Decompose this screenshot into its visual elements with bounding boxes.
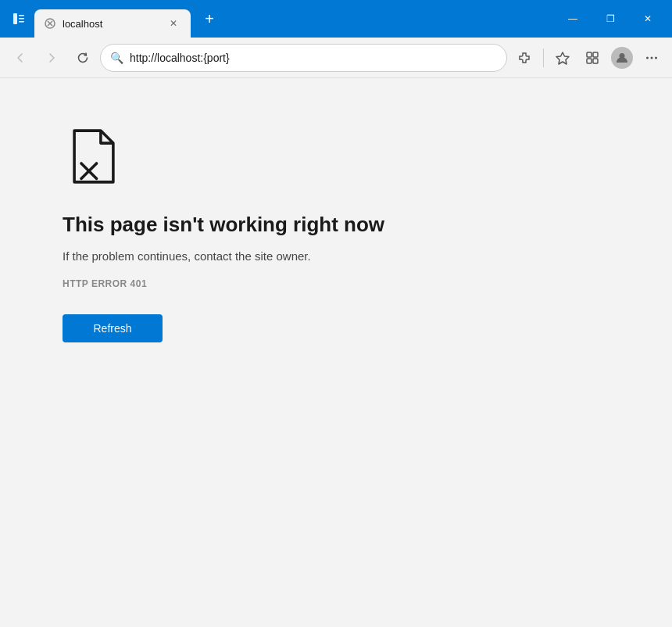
svg-rect-3 <box>19 21 24 23</box>
url-input[interactable] <box>130 52 497 64</box>
svg-point-13 <box>646 56 649 59</box>
browser-tab[interactable]: localhost ✕ <box>34 9 191 38</box>
error-code: HTTP ERROR 401 <box>63 278 147 289</box>
svg-rect-1 <box>19 15 24 16</box>
close-button[interactable]: ✕ <box>630 6 666 31</box>
tab-close-button[interactable]: ✕ <box>166 16 181 31</box>
avatar <box>611 47 633 69</box>
title-bar-left: localhost ✕ + <box>6 5 222 33</box>
svg-rect-2 <box>19 18 24 20</box>
error-icon <box>63 125 125 188</box>
collections-button[interactable] <box>578 44 606 72</box>
maximize-button[interactable]: ❐ <box>592 6 628 31</box>
extensions-button[interactable] <box>510 44 538 72</box>
more-options-button[interactable] <box>638 44 666 72</box>
svg-rect-9 <box>593 52 598 57</box>
svg-point-15 <box>655 56 657 59</box>
tab-favicon <box>44 17 56 30</box>
svg-rect-11 <box>593 59 598 63</box>
sidebar-toggle-button[interactable] <box>6 6 31 31</box>
nav-divider <box>543 48 544 67</box>
new-tab-button[interactable]: + <box>197 6 222 31</box>
favorites-button[interactable] <box>549 44 577 72</box>
tab-title: localhost <box>63 18 159 30</box>
svg-rect-10 <box>587 59 592 63</box>
forward-button[interactable] <box>38 44 66 72</box>
nav-right-buttons <box>510 44 666 72</box>
svg-marker-7 <box>556 52 569 64</box>
back-button[interactable] <box>6 44 34 72</box>
profile-button[interactable] <box>608 44 636 72</box>
search-icon: 🔍 <box>110 52 123 64</box>
refresh-button[interactable]: Refresh <box>63 314 163 342</box>
svg-point-14 <box>651 56 653 59</box>
browser-window: localhost ✕ + — ❐ ✕ <box>0 0 672 627</box>
error-heading: This page isn't working right now <box>63 213 384 237</box>
reload-button[interactable] <box>69 44 97 72</box>
navigation-bar: 🔍 <box>0 38 672 78</box>
svg-rect-0 <box>13 13 17 24</box>
error-subtext: If the problem continues, contact the si… <box>63 249 311 263</box>
window-controls: — ❐ ✕ <box>555 6 666 31</box>
minimize-button[interactable]: — <box>555 6 591 31</box>
new-tab-icon: + <box>205 10 214 28</box>
svg-rect-8 <box>587 52 592 57</box>
address-bar[interactable]: 🔍 <box>100 44 507 72</box>
error-page: This page isn't working right now If the… <box>0 78 672 627</box>
title-bar: localhost ✕ + — ❐ ✕ <box>0 0 672 38</box>
